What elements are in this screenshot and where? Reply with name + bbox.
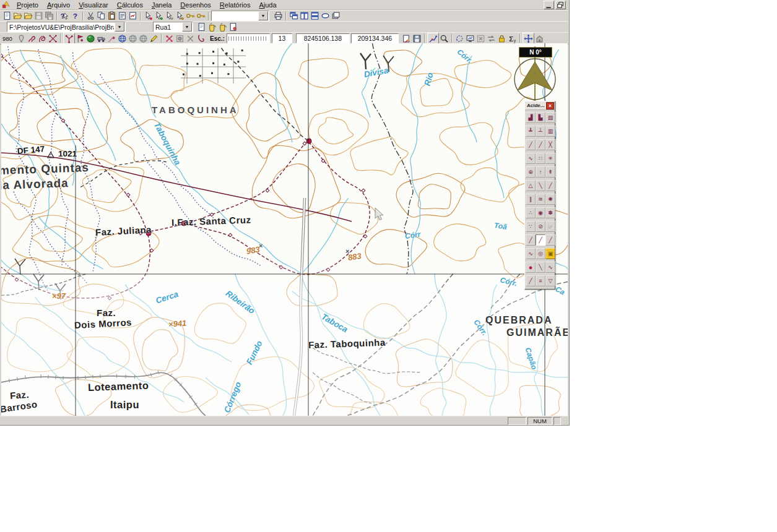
draw-button[interactable]	[149, 33, 159, 43]
sphere-button[interactable]	[85, 33, 96, 43]
flag-button[interactable]	[75, 33, 85, 43]
open-file-button[interactable]	[23, 11, 33, 21]
sheet-export-button[interactable]	[228, 22, 238, 32]
coordinate-east-field[interactable]: 209134.346	[351, 33, 399, 43]
palette-tool-01[interactable]: ▟	[526, 112, 536, 123]
fill-style2-button[interactable]	[217, 22, 228, 32]
palette-tool-13[interactable]: ⊕	[526, 166, 536, 178]
delete-node-button[interactable]	[164, 33, 175, 43]
street-combo[interactable]: Rua1 ▼	[153, 22, 193, 32]
palette-tool-33[interactable]: ▣	[545, 248, 555, 259]
clear-button[interactable]	[475, 33, 486, 43]
coordinate-north-field[interactable]: 8245106.138	[296, 33, 350, 43]
paste-button[interactable]	[106, 11, 117, 21]
window-cascade-button[interactable]	[289, 11, 299, 21]
remove-button[interactable]	[185, 33, 196, 43]
palette-tool-19[interactable]: ∥	[526, 194, 536, 205]
menu-desenhos[interactable]: Desenhos	[176, 1, 215, 9]
palette-tool-09[interactable]: ╳	[545, 139, 555, 150]
palette-tool-39[interactable]: ▽	[545, 275, 555, 286]
polyline-select-button[interactable]	[427, 33, 439, 44]
palette-tool-20[interactable]: ≋	[536, 194, 545, 205]
select-delete-button[interactable]	[175, 11, 185, 21]
window-shape-button[interactable]	[320, 11, 331, 21]
loop-button[interactable]	[37, 33, 48, 43]
sheet-new-button[interactable]	[196, 22, 207, 32]
palette-tool-34[interactable]: ●	[526, 262, 536, 273]
fork-tool-button[interactable]	[63, 33, 75, 44]
sum-button[interactable]: Σy	[507, 33, 518, 43]
palette-tool-22[interactable]: ∴	[526, 207, 536, 218]
palette-tool-37[interactable]: ╱	[526, 275, 536, 286]
project-path-combo[interactable]: F:\ProjetosVU&E\ProjBrasilia\ProjBrasili…	[7, 22, 126, 32]
palette-tool-38[interactable]: ≡	[536, 275, 545, 286]
hook-button[interactable]	[196, 33, 206, 43]
palette-tool-26[interactable]: ⊘	[536, 221, 545, 232]
window-tile-vertical-button[interactable]	[299, 11, 310, 21]
save-view-button[interactable]	[412, 33, 422, 43]
pan-button[interactable]	[523, 33, 534, 44]
preview-button[interactable]	[465, 33, 475, 43]
machine-button[interactable]	[96, 33, 106, 43]
menu-calculos[interactable]: Cálculos	[113, 1, 147, 9]
palette-tool-03[interactable]: ▨	[545, 112, 555, 123]
minimize-button[interactable]	[544, 1, 554, 9]
new-button[interactable]	[2, 11, 12, 21]
palette-tool-21[interactable]: ✺	[545, 194, 555, 205]
menu-relatorios[interactable]: Relatórios	[215, 1, 255, 9]
palette-tool-32[interactable]: ◎	[536, 248, 545, 259]
palette-tool-29[interactable]: ╱	[536, 234, 545, 246]
palette-tool-27[interactable]: ☞	[545, 221, 555, 232]
print-button[interactable]	[273, 11, 284, 21]
lasso-button[interactable]	[454, 33, 465, 43]
palette-tool-04[interactable]: ┻	[526, 126, 536, 137]
globe-alt2-button[interactable]	[138, 33, 149, 43]
scale-slider[interactable]	[227, 33, 270, 43]
map-canvas[interactable]: TABOQUINHATaboquinhaDF 1471021mento Quin…	[1, 43, 568, 416]
palette-tool-08[interactable]: ╱	[536, 139, 545, 150]
curve-button[interactable]	[27, 33, 37, 43]
select-node-button[interactable]	[143, 11, 154, 21]
open-project-button[interactable]	[12, 11, 23, 21]
globe-button[interactable]	[117, 33, 128, 43]
copy-button[interactable]	[96, 11, 106, 21]
menu-ajuda[interactable]: Ajuda	[254, 1, 280, 9]
swap-button[interactable]	[486, 33, 497, 43]
palette-tool-16[interactable]: △	[526, 180, 536, 191]
menu-projeto[interactable]: Projeto	[12, 1, 43, 9]
export-image-button[interactable]	[128, 11, 138, 21]
palette-tool-35[interactable]: ╲	[536, 262, 545, 273]
help-button[interactable]: ?	[70, 11, 80, 21]
palette-tool-28[interactable]: ╱	[526, 234, 536, 246]
palette-tool-10[interactable]: ∿	[526, 153, 536, 164]
palette-tool-24[interactable]: ✽	[545, 207, 555, 218]
chevron-down-icon[interactable]: ▼	[258, 11, 268, 20]
report-button[interactable]	[117, 11, 128, 21]
palette-tool-25[interactable]: ∵	[526, 221, 536, 232]
save-all-button[interactable]	[44, 11, 54, 21]
palette-tool-14[interactable]: ↑	[536, 166, 545, 178]
menu-janela[interactable]: Janela	[147, 1, 176, 9]
select-edit-button[interactable]	[154, 11, 164, 21]
palette-tool-07[interactable]: ╱	[526, 139, 536, 150]
palette-tool-30[interactable]: ╱	[545, 234, 555, 246]
palette-tool-17[interactable]: ╲	[536, 180, 545, 191]
cut-button[interactable]	[85, 11, 96, 21]
zoom-select-button[interactable]	[439, 33, 449, 43]
profile-button[interactable]	[106, 33, 117, 43]
network-button[interactable]	[48, 33, 58, 43]
export-view-button[interactable]	[401, 33, 412, 43]
chevron-down-icon[interactable]: ▼	[182, 22, 192, 32]
palette-tool-31[interactable]: ∿	[526, 248, 536, 259]
palette-tool-11[interactable]: ∷	[536, 153, 545, 164]
scale-value-field[interactable]: 13	[272, 33, 292, 43]
home-button[interactable]	[534, 33, 545, 43]
key-alt-button[interactable]	[196, 11, 206, 21]
palette-tool-18[interactable]: ╱	[545, 180, 555, 191]
restore-button[interactable]	[555, 1, 566, 9]
menu-arquivo[interactable]: Arquivo	[43, 1, 74, 9]
palette-tool-06[interactable]: ▥	[545, 126, 555, 137]
palette-tool-02[interactable]: ▙	[536, 112, 545, 123]
station-pin-button[interactable]	[16, 33, 27, 43]
context-help-button[interactable]: ?	[59, 11, 70, 21]
